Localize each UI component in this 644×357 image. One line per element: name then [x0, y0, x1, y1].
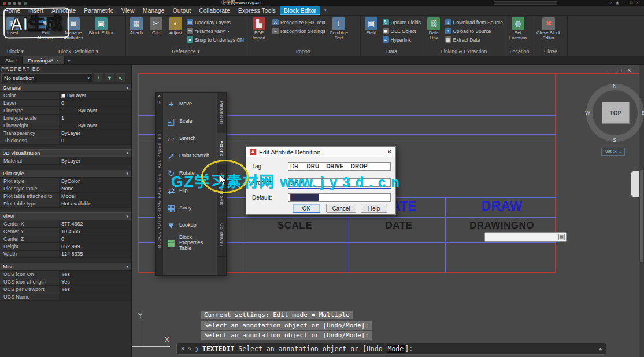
viewport-minimize-icon[interactable]: —	[608, 68, 613, 73]
new-drawing-tab-button[interactable]: +	[65, 56, 73, 64]
search-icon[interactable]: ⌕	[610, 1, 612, 5]
palette-tab-parameters[interactable]: Parameters	[217, 93, 226, 133]
tag-suggestion[interactable]: DROP	[351, 163, 368, 170]
panel-block-definition-label[interactable]: Block Definition ▾	[31, 48, 125, 56]
command-expand-icon[interactable]: ▲	[599, 346, 602, 351]
tag-suggestion[interactable]: DRIVE	[326, 163, 344, 170]
section-header-3d-visualization[interactable]: 3D Visualization▾	[0, 149, 131, 157]
titleblock-text-drawingno[interactable]: DRAWINGNO	[457, 220, 547, 231]
compass-north[interactable]: N	[613, 83, 617, 89]
titleblock-text-date[interactable]: DATE	[370, 220, 428, 231]
compass-east[interactable]: E	[642, 110, 644, 116]
property-row-transparency[interactable]: Transparency ByLayer	[0, 130, 131, 137]
compass-west[interactable]: W	[585, 110, 590, 116]
tag-suggestion[interactable]: DRU	[306, 163, 319, 170]
adjust-button[interactable]: ◐ Adjust	[167, 17, 184, 36]
palette-item-scale[interactable]: ◱ Scale	[164, 113, 216, 130]
command-close-icon[interactable]: ✖	[181, 345, 184, 352]
close-block-editor-button[interactable]: ✖ Close Block Editor	[536, 17, 561, 41]
property-row-lineweight[interactable]: Lineweight ByLayer	[0, 122, 131, 130]
cancel-button[interactable]: Cancel	[326, 204, 356, 213]
dialog-close-icon[interactable]: ✕	[387, 149, 392, 155]
section-header-plot-style[interactable]: Plot style▾	[0, 170, 131, 178]
maximize-icon[interactable]: □	[630, 1, 632, 5]
text-editor-options-icon[interactable]: ▦	[558, 234, 565, 240]
pdf-import-button[interactable]: ▙ PDF Import	[248, 17, 270, 41]
recognize-shx-button[interactable]: A Recognize SHX Text	[272, 19, 325, 26]
property-row-plot-table-type[interactable]: Plot table type Not available	[0, 200, 131, 208]
section-header-misc[interactable]: Misc▾	[0, 263, 131, 271]
extract-data-button[interactable]: ▦ Extract Data	[445, 36, 503, 43]
viewport-close-icon[interactable]: ✕	[627, 68, 631, 73]
property-row-thickness[interactable]: Thickness 0	[0, 137, 131, 145]
ole-object-button[interactable]: ▣ OLE Object	[383, 27, 421, 35]
app-logo-icon[interactable]	[3, 2, 6, 5]
property-row-linetype[interactable]: Linetype ByLayer	[0, 107, 131, 115]
panel-data-label[interactable]: Data	[361, 48, 423, 56]
hyperlink-button[interactable]: ∞ Hyperlink	[383, 36, 421, 43]
redo-icon[interactable]	[18, 2, 21, 5]
recognition-settings-button[interactable]: ≡ Recognition Settings	[272, 27, 325, 35]
quick-select-icon[interactable]: ▼	[105, 73, 114, 82]
property-row-width[interactable]: Width 124.8335	[0, 251, 131, 258]
viewcube-top-face[interactable]: TOP	[602, 102, 630, 124]
palette-autohide-icon[interactable]: ◫	[157, 100, 161, 105]
field-button[interactable]: ▤ Field	[362, 17, 380, 36]
palette-item-stretch[interactable]: ▱ Stretch	[164, 130, 216, 148]
tab-manage[interactable]: Manage	[139, 6, 169, 15]
panel-reference-label[interactable]: Reference ▾	[126, 48, 246, 56]
property-row-ucs-name[interactable]: UCS Name	[0, 293, 131, 301]
combine-text-button[interactable]: T Combine Text	[328, 17, 350, 41]
palette-item-array[interactable]: ▦ Array	[164, 200, 216, 217]
viewport-restore-icon[interactable]: □	[619, 68, 621, 73]
tab-drawing4[interactable]: Drawing4* ×	[23, 56, 65, 64]
tab-close-icon[interactable]: ×	[56, 58, 59, 63]
palette-close-icon[interactable]: ✕	[158, 94, 161, 98]
block-editor-button[interactable]: ▣ Block Editor	[88, 17, 114, 36]
help-button[interactable]: Help	[361, 204, 387, 213]
section-header-general[interactable]: General▾	[0, 84, 131, 92]
command-prompt-highlight[interactable]: Mode	[387, 345, 405, 353]
panel-import-label[interactable]: Import	[246, 48, 360, 56]
panel-location-label[interactable]: Location	[505, 48, 534, 56]
property-row-color[interactable]: Color ByLayer	[0, 92, 131, 100]
viewcube[interactable]: N E S W TOP	[583, 80, 644, 145]
property-row-material[interactable]: Material ByLayer	[0, 157, 131, 165]
panel-close-label[interactable]: Close	[534, 48, 567, 56]
property-row-center-x[interactable]: Center X 377.4362	[0, 220, 131, 228]
navigation-bar-handle[interactable]	[631, 171, 639, 197]
clip-button[interactable]: ✂ Clip	[147, 17, 165, 36]
inplace-text-editor[interactable]: ▦	[484, 232, 567, 242]
property-row-linetype-scale[interactable]: Linetype scale 1	[0, 115, 131, 122]
property-row-center-z[interactable]: Center Z 0	[0, 235, 131, 243]
tab-output[interactable]: Output	[169, 6, 195, 15]
selection-dropdown[interactable]: No selection ▾	[1, 73, 92, 82]
minimize-icon[interactable]: —	[623, 1, 627, 5]
upload-to-source-button[interactable]: ↑ Upload to Source	[445, 27, 503, 35]
select-objects-icon[interactable]: ↖	[116, 73, 125, 82]
property-row-height[interactable]: Height 652.999	[0, 243, 131, 251]
tab-parametric[interactable]: Parametric	[80, 6, 117, 15]
titleblock-text-scale[interactable]: SCALE	[266, 220, 324, 231]
section-header-view[interactable]: View▾	[0, 212, 131, 220]
tab-view[interactable]: View	[117, 6, 139, 15]
palette-item-block-properties-table[interactable]: ▦ Block Properties Table	[164, 234, 216, 252]
panel-block-label[interactable]: Block ▾	[0, 48, 31, 56]
update-fields-button[interactable]: ↻ Update Fields	[383, 19, 421, 26]
tab-collaborate[interactable]: Collaborate	[195, 6, 234, 15]
panel-linking-label[interactable]: Linking & Extraction	[423, 48, 505, 56]
pickadd-toggle-icon[interactable]: +	[94, 73, 103, 82]
scrollbar-thumb[interactable]	[640, 170, 643, 262]
palette-item-move[interactable]: + Move	[164, 95, 216, 113]
property-row-plot-style[interactable]: Plot style ByColor	[0, 178, 131, 185]
save-icon[interactable]	[8, 2, 11, 5]
plot-icon[interactable]	[24, 2, 27, 5]
property-row-center-y[interactable]: Center Y 10.4565	[0, 228, 131, 235]
property-row-layer[interactable]: Layer 0	[0, 100, 131, 107]
property-row-plot-table-attached[interactable]: Plot table attached to Model	[0, 193, 131, 200]
download-from-source-button[interactable]: ↓ Download from Source	[445, 19, 503, 26]
tab-express-tools[interactable]: Express Tools	[234, 6, 280, 15]
attach-button[interactable]: ▩ Attach	[128, 17, 145, 36]
ok-button[interactable]: OK	[293, 204, 320, 213]
underlay-layers-button[interactable]: ▥ Underlay Layers	[187, 19, 244, 26]
